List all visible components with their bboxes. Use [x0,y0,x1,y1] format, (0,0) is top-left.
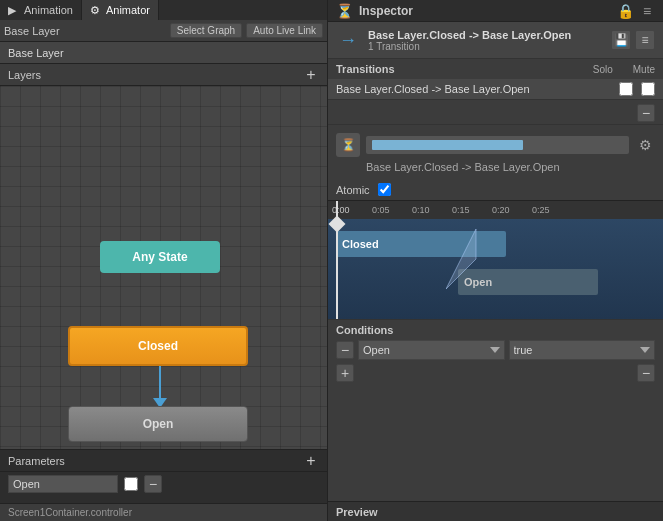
atomic-row: Atomic [328,179,663,200]
timeline-tracks: Closed Open [328,219,663,319]
transition-text: Base Layer.Closed -> Base Layer.Open 1 T… [368,29,603,52]
preview-gear-button[interactable]: ⚙ [635,135,655,155]
ruler-mark-5: 0:25 [532,205,550,215]
ruler-mark-2: 0:10 [412,205,430,215]
transition-row[interactable]: Base Layer.Closed -> Base Layer.Open [328,79,663,100]
open-state-label: Open [143,417,174,431]
preview-transition-icon: ⏳ [336,133,360,157]
timeline-container: 0:00 0:05 0:10 0:15 0:20 0:25 Closed Ope… [328,200,663,319]
inspector-header: ⏳ Inspector 🔒 ≡ [328,0,663,22]
parameter-minus-button[interactable]: − [144,475,162,493]
closed-state-node[interactable]: Closed [68,326,248,366]
left-panel: ▶ Animation ⚙ Animator Base Layer Select… [0,0,328,521]
add-parameter-button[interactable]: + [303,453,319,469]
transition-wedge-svg [446,229,496,299]
section-col-labels: Solo Mute [593,64,655,75]
inspector-menu-button[interactable]: ≡ [639,3,655,19]
preview-footer: Preview [328,501,663,521]
inspector-lock-button[interactable]: 🔒 [617,3,633,19]
right-panel: ⏳ Inspector 🔒 ≡ → Base Layer.Closed -> B… [328,0,663,521]
animator-canvas: Any State Closed Open [0,86,327,449]
transition-preview-row: ⏳ ⚙ [336,129,655,161]
condition-row: − Open true false [336,340,655,360]
preview-bar [366,136,629,154]
transitions-section-title: Transitions [336,63,593,75]
mute-checkbox[interactable] [641,82,655,96]
breadcrumb-text: Base Layer [8,47,64,59]
condition-minus-button[interactable]: − [336,341,354,359]
status-bar: Screen1Container.controller [0,503,327,521]
animator-icon: ⚙ [90,4,102,16]
layers-title: Layers [8,69,303,81]
playhead-line [336,219,338,319]
ruler-mark-4: 0:20 [492,205,510,215]
closed-track-label: Closed [342,238,379,250]
open-state-node[interactable]: Open [68,406,248,442]
animation-icon: ▶ [8,4,20,16]
conditions-section: Conditions − Open true false + − [328,319,663,386]
any-state-node[interactable]: Any State [100,241,220,273]
toolbar-label: Base Layer [4,25,166,37]
animator-toolbar: Base Layer Select Graph Auto Live Link [0,20,327,42]
tab-animation[interactable]: ▶ Animation [0,0,82,20]
mute-label: Mute [633,64,655,75]
select-graph-button[interactable]: Select Graph [170,23,242,38]
transition-arrow [155,366,165,408]
timeline-ruler: 0:00 0:05 0:10 0:15 0:20 0:25 [328,201,663,219]
condition-remove-button[interactable]: − [637,364,655,382]
parameter-name-input[interactable] [8,475,118,493]
status-text: Screen1Container.controller [8,507,132,518]
transitions-section-header: Transitions Solo Mute [328,59,663,79]
conditions-title: Conditions [336,324,655,336]
transition-sub: 1 Transition [368,41,603,52]
any-state-label: Any State [132,250,187,264]
preview-bar-fill [372,140,523,150]
preview-transition-label: Base Layer.Closed -> Base Layer.Open [366,161,560,173]
transition-save-button[interactable]: 💾 [611,30,631,50]
condition-add-button[interactable]: + [336,364,354,382]
ruler-mark-0: 0:00 [332,205,350,215]
parameters-title: Parameters [8,455,303,467]
transition-info: → Base Layer.Closed -> Base Layer.Open 1… [328,22,663,59]
ruler-mark-1: 0:05 [372,205,390,215]
preview-section: ⏳ ⚙ Base Layer.Closed -> Base Layer.Open [328,125,663,179]
inspector-hourglass-icon: ⏳ [336,3,353,19]
condition-value-select[interactable]: true false [509,340,656,360]
solo-label: Solo [593,64,613,75]
breadcrumb: Base Layer [0,42,327,64]
transition-row-text: Base Layer.Closed -> Base Layer.Open [336,83,611,95]
atomic-checkbox[interactable] [378,183,391,196]
arrow-line [159,366,161,398]
preview-transition-label-container: Base Layer.Closed -> Base Layer.Open [336,161,655,175]
tab-animator[interactable]: ⚙ Animator [82,0,159,20]
tab-animator-label: Animator [106,4,150,16]
condition-param-select[interactable]: Open [358,340,505,360]
inspector-title: Inspector [359,4,611,18]
atomic-label: Atomic [336,184,370,196]
transition-menu-button[interactable]: ≡ [635,30,655,50]
transition-minus-container: − [328,100,663,124]
parameter-checkbox[interactable] [124,477,138,491]
preview-footer-label: Preview [336,506,378,518]
solo-checkbox[interactable] [619,82,633,96]
layers-header: Layers + [0,64,327,86]
closed-state-label: Closed [138,339,178,353]
transition-minus-button[interactable]: − [637,104,655,122]
transition-buttons: 💾 ≡ [611,30,655,50]
add-layer-button[interactable]: + [303,67,319,83]
auto-live-link-button[interactable]: Auto Live Link [246,23,323,38]
svg-marker-0 [446,229,476,289]
tab-animation-label: Animation [24,4,73,16]
transition-arrow-icon: → [336,28,360,52]
transition-title: Base Layer.Closed -> Base Layer.Open [368,29,603,41]
conditions-add-row: + − [336,364,655,382]
parameter-row-open: − [0,472,327,496]
parameters-header: Parameters + [0,450,327,472]
ruler-mark-3: 0:15 [452,205,470,215]
tab-bar: ▶ Animation ⚙ Animator [0,0,327,20]
transitions-section: Transitions Solo Mute Base Layer.Closed … [328,59,663,125]
bottom-bar: Parameters + − [0,449,327,503]
